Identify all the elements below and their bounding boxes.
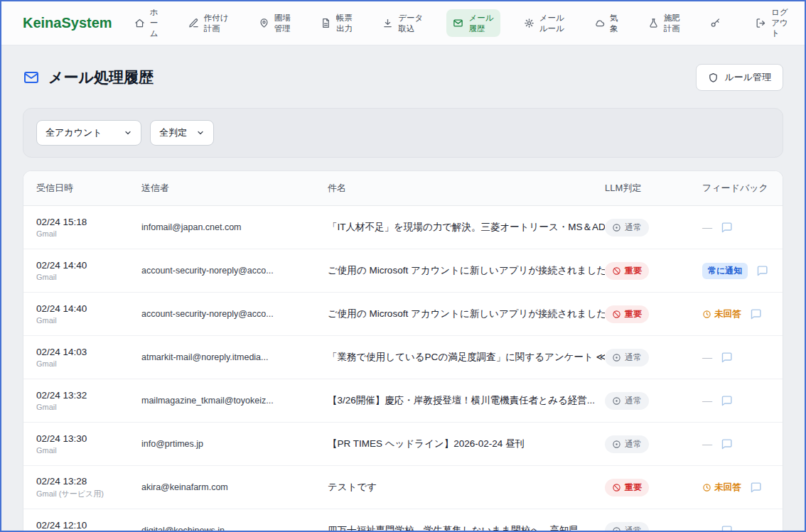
comment-bubble-icon[interactable] (721, 395, 733, 407)
row-account: Gmail (36, 446, 141, 455)
table-row[interactable]: 02/24 14:40 Gmail account-security-norep… (23, 249, 783, 293)
chevron-down-icon (196, 129, 205, 137)
row-subject: 「IT人材不足」を現場の力で解決。三菱オートリース・MS＆AD... (328, 221, 605, 234)
judgment-badge: 通常 (605, 219, 649, 237)
row-account: Gmail (36, 316, 141, 325)
row-datetime: 02/24 14:40 (36, 260, 141, 271)
nav-item-data-import[interactable]: データ 取込 (376, 9, 429, 38)
row-subject: ご使用の Microsoft アカウントに新しいアプリが接続されました (328, 308, 605, 320)
comment-bubble-icon[interactable] (721, 352, 733, 364)
gear-icon (524, 18, 534, 28)
row-feedback-cell: — (702, 395, 783, 407)
nav-item-mail-rules[interactable]: メール ルール (517, 9, 571, 38)
row-judgment-cell: 通常 (605, 435, 702, 453)
judgment-badge: 通常 (605, 435, 649, 453)
judgment-badge: 重要 (605, 305, 649, 323)
row-sender: infomail@japan.cnet.com (141, 222, 328, 232)
filter-card: 全アカウント 全判定 (23, 108, 783, 158)
row-judgment-cell: 通常 (605, 392, 702, 410)
row-sender: atmarkit-mail@noreply.itmedia... (141, 352, 328, 362)
row-sender: account-security-noreply@acco... (141, 309, 328, 319)
nav-item-home[interactable]: ホ ー ム (128, 4, 165, 43)
comment-bubble-icon[interactable] (721, 222, 733, 234)
key-icon (710, 18, 721, 28)
judgment-filter-select[interactable]: 全判定 (150, 120, 214, 146)
nav-item-password[interactable] (704, 14, 732, 32)
table-row[interactable]: 02/24 13:32 Gmail mailmagazine_tkmail@to… (23, 379, 783, 423)
comment-bubble-icon[interactable] (756, 265, 768, 277)
row-datetime-cell: 02/24 14:40 Gmail (36, 303, 141, 325)
row-account: Gmail (36, 403, 141, 411)
comment-bubble-icon[interactable] (721, 438, 733, 450)
home-icon (134, 18, 145, 28)
row-judgment-cell: 重要 (605, 262, 702, 280)
row-datetime-cell: 02/24 15:18 Gmail (36, 217, 141, 238)
feedback-status: — (702, 438, 712, 450)
row-subject: ご使用の Microsoft アカウントに新しいアプリが接続されました (328, 264, 605, 277)
cloud-icon (594, 18, 605, 28)
comment-bubble-icon[interactable] (750, 482, 762, 494)
table-body: 02/24 15:18 Gmail infomail@japan.cnet.co… (23, 206, 783, 532)
nav-item-mail-history[interactable]: メール 履歴 (446, 9, 500, 38)
table-row[interactable]: 02/24 14:03 Gmail atmarkit-mail@noreply.… (23, 336, 783, 379)
document-icon (321, 18, 331, 28)
feedback-status: — (702, 395, 712, 406)
row-datetime-cell: 02/24 13:32 Gmail (36, 390, 141, 411)
nav-item-fertilization-plan[interactable]: 施肥 計画 (642, 9, 687, 38)
mail-icon (23, 69, 40, 86)
account-filter-select[interactable]: 全アカウント (36, 120, 141, 146)
row-account: Gmail (サービス用) (36, 489, 141, 499)
app-root: KeinaSystem ホ ー ム 作付け 計画 圃場 管理 帳票 出力 データ… (1, 1, 805, 532)
map-pin-icon (259, 18, 269, 28)
row-sender: digital@kochinews.in... (141, 526, 328, 532)
col-header-judgment: LLM判定 (605, 182, 702, 195)
row-subject: 四万十福祉専門学校 学生募集しないまま閉校へ 高知県... (328, 524, 605, 532)
row-datetime: 02/24 15:18 (36, 217, 141, 227)
col-header-feedback: フィードバック (702, 182, 783, 195)
rule-manage-button[interactable]: ルール管理 (696, 64, 783, 91)
page-title-row: メール処理履歴 ルール管理 (23, 64, 783, 91)
chevron-down-icon (124, 129, 132, 137)
table-row[interactable]: 02/24 15:18 Gmail infomail@japan.cnet.co… (23, 206, 783, 249)
table-row[interactable]: 02/24 12:10 Gmail digital@kochinews.in..… (23, 509, 783, 532)
row-feedback-cell: — (702, 352, 783, 364)
page-title-group: メール処理履歴 (23, 67, 154, 87)
col-header-subject: 件名 (328, 182, 605, 195)
comment-bubble-icon[interactable] (721, 525, 733, 532)
rule-manage-label: ルール管理 (724, 71, 771, 84)
row-sender: info@prtimes.jp (141, 439, 328, 449)
nav-item-weather[interactable]: 気 象 (588, 9, 625, 38)
judgment-badge: 通常 (605, 349, 649, 367)
row-judgment-cell: 通常 (605, 349, 702, 367)
row-subject: 「業務で使用しているPCの満足度調査」に関するアンケート ≪... (328, 351, 605, 364)
judgment-badge: 重要 (605, 479, 649, 496)
row-feedback-cell: 未回答 (702, 308, 783, 320)
row-sender: mailmagazine_tkmail@toyokeiz... (141, 396, 328, 406)
row-judgment-cell: 重要 (605, 305, 702, 323)
page-title: メール処理履歴 (48, 67, 154, 87)
table-row[interactable]: 02/24 13:30 Gmail info@prtimes.jp 【PR TI… (23, 423, 783, 466)
comment-bubble-icon[interactable] (750, 308, 762, 320)
table-row[interactable]: 02/24 13:28 Gmail (サービス用) akira@keinafar… (23, 466, 783, 509)
row-judgment-cell: 通常 (605, 219, 702, 237)
nav-item-planting-plan[interactable]: 作付け 計画 (182, 9, 235, 38)
mail-icon (453, 18, 463, 28)
table-row[interactable]: 02/24 14:40 Gmail account-security-norep… (23, 293, 783, 336)
mail-history-table: 受信日時 送信者 件名 LLM判定 フィードバック 02/24 15:18 Gm… (23, 170, 783, 532)
feedback-status: — (702, 222, 712, 233)
row-judgment-cell: 重要 (605, 479, 702, 496)
nav-item-logout[interactable]: ログ アウ ト (749, 4, 795, 43)
flask-icon (648, 18, 659, 28)
app-logo[interactable]: KeinaSystem (23, 15, 112, 31)
row-subject: テストです (328, 481, 605, 494)
row-feedback-cell: 常に通知 (702, 263, 783, 279)
judgment-filter-value: 全判定 (159, 126, 187, 139)
row-datetime-cell: 02/24 13:28 Gmail (サービス用) (36, 476, 141, 499)
row-account: Gmail (36, 273, 141, 281)
nav-item-field-management[interactable]: 圃場 管理 (252, 9, 297, 38)
nav-item-report-output[interactable]: 帳票 出力 (314, 9, 359, 38)
judgment-badge: 通常 (605, 392, 649, 410)
row-datetime: 02/24 13:30 (36, 433, 141, 444)
row-datetime: 02/24 12:10 (36, 520, 141, 531)
logout-icon (756, 18, 766, 28)
